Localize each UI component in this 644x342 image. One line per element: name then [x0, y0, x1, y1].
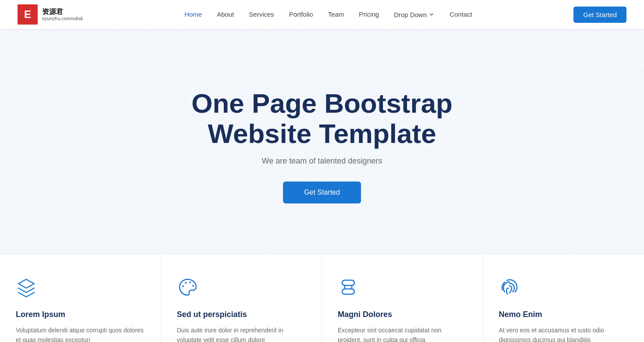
feature-1-desc: Voluptatum deleniti atque corrupti quos … — [16, 325, 145, 342]
logo-text: 资源君 eyunzhu.com/vdisk — [42, 7, 83, 21]
feature-3-desc: Excepteur sint occaecat cupidatat non pr… — [338, 325, 467, 342]
command-icon — [338, 277, 359, 298]
nav-item-services[interactable]: Services — [243, 11, 280, 18]
hero-title: One Page Bootstrap Website Template — [191, 89, 453, 148]
feature-card-4: Nemo Enim At vero eos et accusamus et iu… — [483, 254, 644, 342]
feature-4-title: Nemo Enim — [499, 310, 629, 319]
nav-item-about[interactable]: About — [211, 11, 240, 18]
nav-link-contact[interactable]: Contact — [443, 8, 478, 21]
feature-card-1: Lorem Ipsum Voluptatum deleniti atque co… — [0, 254, 161, 342]
feature-card-2: Sed ut perspiciatis Duis aute irure dolo… — [161, 254, 322, 342]
nav-item-contact[interactable]: Contact — [443, 11, 478, 18]
nav-link-services[interactable]: Services — [243, 8, 280, 21]
hero-cta-button[interactable]: Get Started — [283, 182, 361, 203]
svg-point-1 — [182, 285, 184, 287]
nav-link-pricing[interactable]: Pricing — [353, 8, 385, 21]
nav-item-portfolio[interactable]: Portfolio — [283, 11, 319, 18]
feature-3-title: Magni Dolores — [338, 310, 467, 319]
nav-link-team[interactable]: Team — [322, 8, 350, 21]
feature-card-3: Magni Dolores Excepteur sint occaecat cu… — [322, 254, 483, 342]
nav-item-team[interactable]: Team — [322, 11, 350, 18]
nav-dropdown-label: Drop Down — [394, 11, 427, 18]
feature-2-title: Sed ut perspiciatis — [177, 310, 306, 319]
svg-point-4 — [192, 285, 194, 287]
nav-item-dropdown[interactable]: Drop Down — [388, 8, 441, 21]
feature-1-title: Lorem Ipsum — [16, 310, 145, 319]
svg-point-3 — [189, 281, 191, 283]
logo-name-cn: 资源君 — [42, 7, 83, 16]
nav-link-portfolio[interactable]: Portfolio — [283, 8, 319, 21]
nav-item-pricing[interactable]: Pricing — [353, 11, 385, 18]
logo-icon: E — [18, 4, 38, 25]
nav-item-home[interactable]: Home — [178, 11, 208, 18]
nav-cta-button[interactable]: Get Started — [573, 7, 626, 23]
feature-2-desc: Duis aute irure dolor in reprehenderit i… — [177, 325, 306, 342]
nav-link-about[interactable]: About — [211, 8, 240, 21]
feature-4-desc: At vero eos et accusamus et iusto odio d… — [499, 325, 629, 342]
fingerprint-icon — [499, 277, 520, 298]
logo-url: eyunzhu.com/vdisk — [42, 16, 83, 21]
svg-point-2 — [185, 282, 187, 284]
features-section: Lorem Ipsum Voluptatum deleniti atque co… — [0, 254, 644, 342]
hero-subtitle: We are team of talented designers — [262, 157, 382, 166]
navbar: E 资源君 eyunzhu.com/vdisk Home About Servi… — [0, 0, 644, 29]
palette-icon — [177, 277, 198, 298]
logo[interactable]: E 资源君 eyunzhu.com/vdisk — [18, 4, 83, 25]
hero-section: One Page Bootstrap Website Template We a… — [0, 29, 644, 254]
layers-icon — [16, 277, 37, 298]
nav-link-home[interactable]: Home — [178, 8, 208, 21]
chevron-down-icon — [428, 11, 435, 18]
nav-dropdown-toggle[interactable]: Drop Down — [388, 8, 441, 21]
svg-marker-0 — [18, 279, 34, 288]
nav-links: Home About Services Portfolio Team Prici… — [178, 8, 478, 21]
